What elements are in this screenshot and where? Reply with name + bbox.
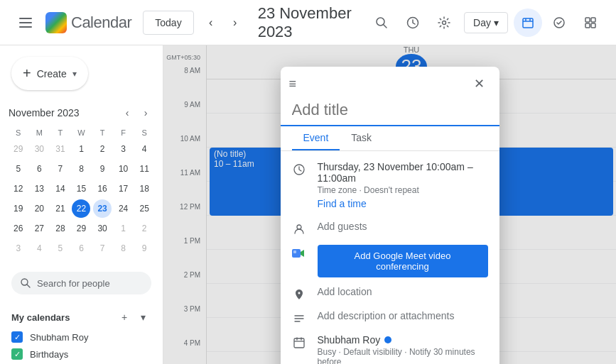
mini-cal-day[interactable]: 19 xyxy=(9,199,28,218)
mini-cal-day[interactable]: 12 xyxy=(9,180,28,198)
event-title-input[interactable] xyxy=(281,98,499,126)
search-button[interactable] xyxy=(367,9,396,37)
calendar-meta: Busy · Default visibility · Notify 30 mi… xyxy=(318,347,488,364)
modal-overlay: ≡ ✕ Event Task xyxy=(163,45,616,364)
svg-rect-15 xyxy=(591,23,595,28)
mini-cal-day[interactable]: 2 xyxy=(93,140,112,158)
person-icon xyxy=(292,222,306,236)
my-calendars-add[interactable]: + xyxy=(116,309,133,326)
svg-rect-25 xyxy=(294,338,304,348)
mini-cal-month: November 2023 xyxy=(9,107,80,118)
search-people[interactable]: Search for people xyxy=(11,272,151,294)
add-location-label[interactable]: Add location xyxy=(318,286,488,297)
mini-cal-day[interactable]: 6 xyxy=(30,160,48,178)
mini-cal-today[interactable]: 22 xyxy=(72,199,90,218)
mini-cal-day[interactable]: 2 xyxy=(135,219,153,238)
mini-cal-day[interactable]: 10 xyxy=(114,160,133,178)
calendar-view-button[interactable] xyxy=(514,9,542,37)
mini-cal-day[interactable]: 4 xyxy=(135,140,153,158)
mini-cal-day[interactable]: 1 xyxy=(72,140,90,158)
modal-desc-row: Add description or attachments xyxy=(281,306,499,330)
mini-cal-day[interactable]: 15 xyxy=(72,180,90,198)
mini-cal-day[interactable]: 18 xyxy=(135,180,153,198)
cal-item-label-birthdays: Birthdays xyxy=(30,349,68,360)
today-button[interactable]: Today xyxy=(143,11,193,35)
grid-view-button[interactable] xyxy=(576,9,605,37)
my-calendars-section: My calendars + ▾ ✓ Shubham Roy ✓ Birthda… xyxy=(0,300,163,364)
mini-cal-day[interactable]: 28 xyxy=(51,219,70,238)
mini-cal-day[interactable]: 4 xyxy=(30,239,48,258)
topbar: Calendar Today ‹ › 23 November 2023 Day … xyxy=(0,0,616,45)
settings-button[interactable] xyxy=(430,9,458,37)
mini-cal-day[interactable]: 26 xyxy=(9,219,28,238)
tab-event[interactable]: Event xyxy=(292,126,340,150)
my-calendars-header[interactable]: My calendars + ▾ xyxy=(0,306,163,329)
add-guests-label[interactable]: Add guests xyxy=(318,221,488,232)
modal-meet-row: Add Google Meet video conferencing xyxy=(281,241,499,282)
dropdown-arrow: ▾ xyxy=(494,17,499,28)
find-time-link[interactable]: Find a time xyxy=(318,195,488,212)
mini-cal-day[interactable]: 9 xyxy=(93,160,112,178)
event-datetime[interactable]: Thursday, 23 November 10:00am – 11:00am xyxy=(318,161,488,184)
mini-cal-next[interactable]: › xyxy=(137,104,154,121)
my-calendars-collapse[interactable]: ▾ xyxy=(134,309,151,326)
mini-cal-day[interactable]: 11 xyxy=(135,160,153,178)
svg-rect-13 xyxy=(591,18,595,22)
mini-cal-day[interactable]: 3 xyxy=(9,239,28,258)
tab-task[interactable]: Task xyxy=(340,126,383,150)
add-desc-label[interactable]: Add description or attachments xyxy=(318,310,488,321)
mini-cal-day[interactable]: 30 xyxy=(30,140,48,158)
cal-item-birthdays[interactable]: ✓ Birthdays xyxy=(0,346,163,363)
mini-cal-day[interactable]: 29 xyxy=(72,219,90,238)
clock-button[interactable] xyxy=(399,9,427,37)
mini-cal-day[interactable]: 16 xyxy=(93,180,112,198)
svg-line-17 xyxy=(27,285,30,287)
modal-header: ≡ ✕ xyxy=(281,67,499,98)
mini-cal-day[interactable]: 31 xyxy=(51,140,70,158)
mini-cal-day[interactable]: 8 xyxy=(72,160,90,178)
mini-cal-day[interactable]: 24 xyxy=(114,199,133,218)
location-content: Add location xyxy=(318,286,488,297)
view-selector[interactable]: Day ▾ xyxy=(464,12,508,33)
mini-cal-day[interactable]: 5 xyxy=(51,239,70,258)
next-button[interactable]: › xyxy=(224,11,247,34)
action-buttons xyxy=(514,9,605,37)
add-meet-button[interactable]: Add Google Meet video conferencing xyxy=(318,245,488,277)
calendar-icon xyxy=(292,336,306,350)
svg-rect-12 xyxy=(585,18,590,22)
event-modal: ≡ ✕ Event Task xyxy=(281,67,499,364)
mini-cal-prev[interactable]: ‹ xyxy=(119,104,136,121)
menu-icon[interactable] xyxy=(11,9,40,37)
mini-cal-day[interactable]: 21 xyxy=(51,199,70,218)
svg-rect-21 xyxy=(293,250,296,253)
mini-cal-day[interactable]: 7 xyxy=(93,239,112,258)
mini-cal-day[interactable]: 8 xyxy=(114,239,133,258)
meet-icon xyxy=(292,246,306,260)
mini-cal-day[interactable]: 27 xyxy=(30,219,48,238)
mini-cal-day[interactable]: 14 xyxy=(51,180,70,198)
cal-item-shubham[interactable]: ✓ Shubham Roy xyxy=(0,329,163,346)
mini-cal-day[interactable]: 13 xyxy=(30,180,48,198)
mini-cal-day[interactable]: 5 xyxy=(9,160,28,178)
plus-icon: + xyxy=(23,65,31,82)
view-label: Day xyxy=(473,17,491,28)
mini-cal-day[interactable]: 1 xyxy=(114,219,133,238)
mini-cal-day[interactable]: 17 xyxy=(114,180,133,198)
close-icon: ✕ xyxy=(474,76,485,92)
mini-cal-day[interactable]: 29 xyxy=(9,140,28,158)
modal-close-button[interactable]: ✕ xyxy=(468,72,491,95)
dow-sa: S xyxy=(134,127,154,138)
task-view-button[interactable] xyxy=(545,9,573,37)
mini-cal-day[interactable]: 25 xyxy=(135,199,153,218)
mini-cal-day[interactable]: 6 xyxy=(72,239,90,258)
mini-cal-day[interactable]: 7 xyxy=(51,160,70,178)
mini-cal-day[interactable]: 30 xyxy=(93,219,112,238)
create-button[interactable]: + Create ▾ xyxy=(11,57,88,90)
mini-cal-day[interactable]: 20 xyxy=(30,199,48,218)
mini-cal-day[interactable]: 3 xyxy=(114,140,133,158)
mini-cal-selected[interactable]: 23 xyxy=(93,199,112,218)
dow-m: M xyxy=(30,127,50,138)
mini-cal-day[interactable]: 9 xyxy=(135,239,153,258)
calendar-name-text: Shubham Roy xyxy=(318,334,381,346)
prev-button[interactable]: ‹ xyxy=(200,11,222,34)
